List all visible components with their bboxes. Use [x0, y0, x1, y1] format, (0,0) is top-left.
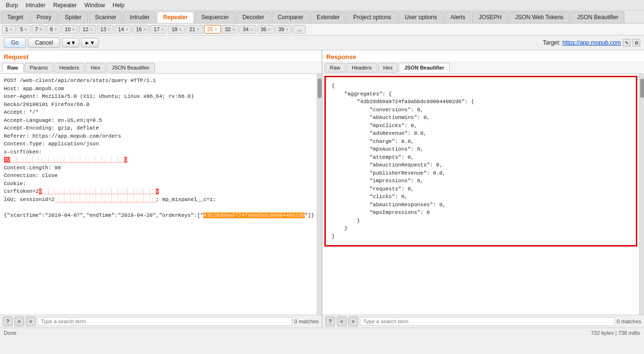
next-button[interactable]: ►▼ — [81, 38, 98, 47]
response-search-help-btn[interactable]: ? — [325, 317, 335, 326]
rep-tab-7[interactable]: 7× — [32, 25, 46, 34]
request-search-prev-btn[interactable]: < — [14, 317, 24, 326]
cancel-button[interactable]: Cancel — [28, 37, 60, 48]
close-tab-17-icon[interactable]: × — [161, 27, 164, 32]
response-panel: Response Raw Headers Hex JSON Beautifier… — [322, 50, 644, 328]
request-panel-header: Request — [0, 50, 322, 62]
nav-tab-repeater[interactable]: Repeater — [157, 12, 194, 23]
target-info: Target: https://app.mopub.com ✎ ⚙ — [543, 39, 640, 47]
request-tab-headers[interactable]: Headers — [54, 63, 85, 72]
rep-tab-5[interactable]: 5× — [17, 25, 31, 34]
close-tab-7-icon[interactable]: × — [39, 27, 42, 32]
close-tab-8-icon[interactable]: × — [54, 27, 57, 32]
nav-tabs-bar: Target Proxy Spider Scanner Intruder Rep… — [0, 11, 644, 24]
close-tab-34-icon[interactable]: × — [250, 27, 253, 32]
rep-tab-1[interactable]: 1× — [2, 25, 16, 34]
menu-burp[interactable]: Burp — [2, 1, 22, 10]
close-tab-12-icon[interactable]: × — [90, 27, 93, 32]
request-panel-tabs: Raw Params Headers Hex JSON Beautifier — [0, 62, 322, 74]
response-search-next-btn[interactable]: > — [348, 317, 358, 326]
nav-tab-intruder[interactable]: Intruder — [123, 12, 155, 23]
target-url: https://app.mopub.com — [562, 39, 621, 46]
close-tab-21-icon[interactable]: × — [197, 27, 200, 32]
nav-tab-decoder[interactable]: Decoder — [236, 12, 270, 23]
menu-repeater[interactable]: Repeater — [49, 1, 81, 10]
request-scroll-indicator — [317, 74, 322, 315]
rep-tab-36[interactable]: 36× — [257, 25, 274, 34]
rep-tab-34[interactable]: 34× — [239, 25, 256, 34]
request-tab-json-beautifier[interactable]: JSON Beautifier — [107, 63, 155, 72]
menu-help[interactable]: Help — [109, 1, 129, 10]
request-text-content: POST /web-client/api/orders/stats/query … — [0, 74, 317, 222]
go-button[interactable]: Go — [4, 37, 26, 48]
response-tab-headers[interactable]: Headers — [346, 63, 377, 72]
response-tab-hex[interactable]: Hex — [378, 63, 398, 72]
nav-tab-user-options[interactable]: User options — [398, 12, 443, 23]
rep-tab-32[interactable]: 32× — [222, 25, 239, 34]
close-tab-18-icon[interactable]: × — [179, 27, 182, 32]
response-tab-json-beautifier[interactable]: JSON Beautifier — [399, 63, 450, 72]
request-content-scroll[interactable]: POST /web-client/api/orders/stats/query … — [0, 74, 317, 315]
close-tab-32-icon[interactable]: × — [232, 27, 235, 32]
close-tab-10-icon[interactable]: × — [72, 27, 75, 32]
target-settings-icon[interactable]: ⚙ — [632, 39, 640, 47]
rep-tab-12[interactable]: 12× — [79, 25, 96, 34]
menu-window[interactable]: Window — [81, 1, 109, 10]
nav-tab-extender[interactable]: Extender — [310, 12, 346, 23]
request-search-input[interactable] — [37, 317, 292, 326]
close-tab-16-icon[interactable]: × — [143, 27, 146, 32]
target-label: Target: — [543, 39, 561, 46]
nav-tab-target[interactable]: Target — [1, 12, 29, 23]
nav-tab-scanner[interactable]: Scanner — [89, 12, 123, 23]
menu-intruder[interactable]: Intruder — [22, 1, 49, 10]
repeater-tabs-bar: 1× 5× 7× 8× 10× 12× 13× 14× 16× 17× 18× … — [0, 24, 644, 35]
session-id-value: ████████████████████████████████ — [55, 197, 156, 202]
csrf-cookie-value: 0████████████████████████████████████v — [39, 189, 159, 194]
request-search-next-btn[interactable]: > — [26, 317, 36, 326]
nav-tab-project-options[interactable]: Project options — [347, 12, 397, 23]
rep-tab-25[interactable]: 25× — [204, 25, 221, 34]
rep-tab-17[interactable]: 17× — [150, 25, 167, 34]
status-right: 732 bytes | 738 millis — [591, 330, 640, 336]
request-tab-hex[interactable]: Hex — [85, 63, 106, 72]
close-tab-1-icon[interactable]: × — [10, 27, 12, 32]
nav-tab-proxy[interactable]: Proxy — [30, 12, 58, 23]
edit-target-icon[interactable]: ✎ — [623, 39, 631, 47]
rep-tab-39[interactable]: 39× — [275, 25, 292, 34]
close-tab-25-icon[interactable]: × — [215, 27, 217, 32]
response-content-scroll[interactable]: { "aggregates": { "43b29d60a9724fa9abbdc… — [322, 74, 639, 315]
response-search-prev-btn[interactable]: < — [337, 317, 346, 326]
request-search-help-btn[interactable]: ? — [3, 317, 12, 326]
nav-tab-json-web-tokens[interactable]: JSON Web Tokens — [509, 12, 570, 23]
close-tab-13-icon[interactable]: × — [107, 27, 110, 32]
nav-tab-spider[interactable]: Spider — [59, 12, 88, 23]
rep-tab-16[interactable]: 16× — [132, 25, 149, 34]
rep-tab-8[interactable]: 8× — [47, 25, 60, 34]
response-search-input[interactable] — [360, 317, 615, 326]
menu-bar: Burp Intruder Repeater Window Help — [0, 0, 644, 11]
rep-tab-14[interactable]: 14× — [115, 25, 131, 34]
rep-tab-10[interactable]: 10× — [61, 25, 78, 34]
rep-tab-more[interactable]: ... — [293, 25, 306, 34]
rep-tab-13[interactable]: 13× — [97, 25, 114, 34]
nav-tab-sequencer[interactable]: Sequencer — [195, 12, 235, 23]
csrf-token-value: 2U████████████████████████████████████U — [4, 157, 127, 163]
close-tab-39-icon[interactable]: × — [286, 27, 288, 32]
request-tab-raw[interactable]: Raw — [2, 63, 24, 72]
rep-tab-21[interactable]: 21× — [186, 25, 203, 34]
nav-tab-alerts[interactable]: Alerts — [444, 12, 472, 23]
response-tab-raw[interactable]: Raw — [324, 63, 346, 72]
nav-tab-joseph[interactable]: JOSEPH — [472, 12, 508, 23]
response-scroll-thumb — [640, 79, 644, 98]
request-tab-params[interactable]: Params — [24, 63, 53, 72]
nav-tab-comparer[interactable]: Comparer — [272, 12, 310, 23]
response-panel-tabs: Raw Headers Hex JSON Beautifier — [322, 62, 644, 74]
close-tab-14-icon[interactable]: × — [125, 27, 128, 32]
rep-tab-18[interactable]: 18× — [168, 25, 185, 34]
close-tab-5-icon[interactable]: × — [24, 27, 27, 32]
response-json-border: { "aggregates": { "43b29d60a9724fa9abbdc… — [324, 76, 637, 247]
prev-button[interactable]: ◄▼ — [62, 38, 79, 47]
request-search-bar: ? < > 0 matches — [0, 315, 322, 328]
nav-tab-json-beautifier[interactable]: JSON Beautifier — [571, 12, 624, 23]
close-tab-36-icon[interactable]: × — [268, 27, 271, 32]
